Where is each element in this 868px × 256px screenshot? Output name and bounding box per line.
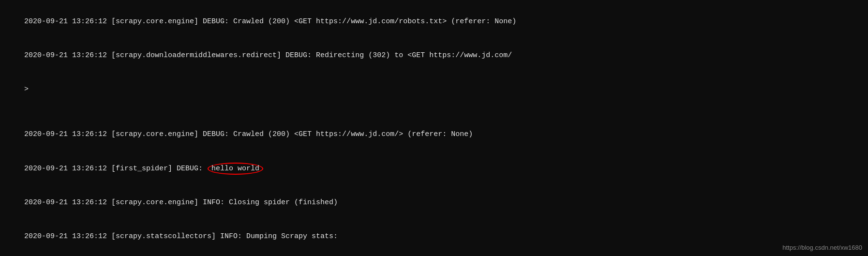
log-line-8: 2020-09-21 13:26:12 [scrapy.statscollect…: [7, 220, 861, 254]
log-line-7: 2020-09-21 13:26:12 [scrapy.core.engine]…: [7, 186, 861, 220]
watermark: https://blog.csdn.net/xw1680: [782, 244, 862, 251]
log-text-3: >: [24, 85, 29, 93]
log-text-8: 2020-09-21 13:26:12 [scrapy.statscollect…: [24, 232, 338, 241]
log-line-4: [7, 106, 861, 117]
terminal-window: 2020-09-21 13:26:12 [scrapy.core.engine]…: [0, 0, 868, 256]
log-text-5: 2020-09-21 13:26:12 [scrapy.core.engine]…: [24, 130, 473, 138]
log-line-5: 2020-09-21 13:26:12 [scrapy.core.engine]…: [7, 118, 861, 151]
log-line-6: 2020-09-21 13:26:12 [first_spider] DEBUG…: [7, 151, 861, 186]
log-line-9: {'downloader/request_bytes': 860,: [7, 253, 861, 256]
log-text-2: 2020-09-21 13:26:12 [scrapy.downloadermi…: [24, 51, 512, 60]
log-text-1: 2020-09-21 13:26:12 [scrapy.core.engine]…: [24, 17, 516, 26]
log-text-6-prefix: 2020-09-21 13:26:12 [first_spider] DEBUG…: [24, 165, 207, 173]
log-text-7: 2020-09-21 13:26:12 [scrapy.core.engine]…: [24, 198, 338, 207]
log-line-1: 2020-09-21 13:26:12 [scrapy.core.engine]…: [7, 5, 861, 39]
log-line-3: >: [7, 73, 861, 106]
hello-world-highlight: hello world: [208, 163, 263, 175]
log-line-2: 2020-09-21 13:26:12 [scrapy.downloadermi…: [7, 39, 861, 73]
